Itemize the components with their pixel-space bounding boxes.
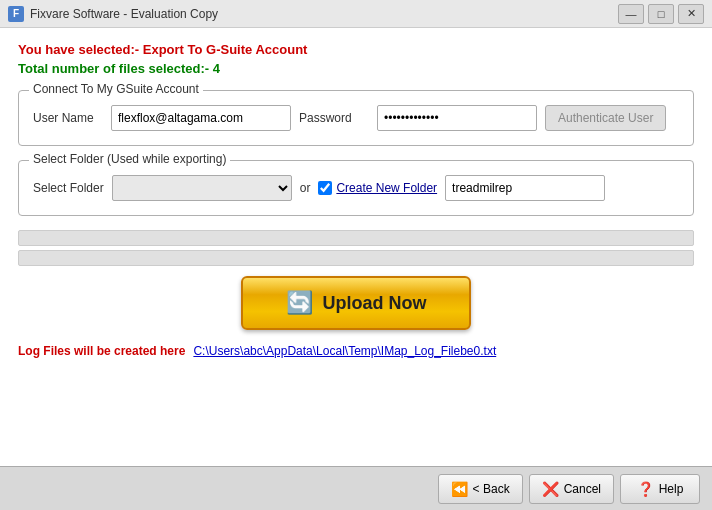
log-label: Log Files will be created here <box>18 344 185 358</box>
cancel-label: Cancel <box>564 482 601 496</box>
gsuite-group: Connect To My GSuite Account User Name P… <box>18 90 694 146</box>
back-icon: ⏪ <box>451 481 468 497</box>
status-line1: You have selected:- Export To G-Suite Ac… <box>18 42 694 57</box>
back-label: < Back <box>473 482 510 496</box>
folder-dropdown[interactable] <box>112 175 292 201</box>
upload-icon: 🔄 <box>286 290 313 316</box>
create-folder-label[interactable]: Create New Folder <box>318 181 437 195</box>
or-text: or <box>300 181 311 195</box>
folder-name-input[interactable] <box>445 175 605 201</box>
upload-btn-label: Upload Now <box>323 293 427 314</box>
create-folder-checkbox[interactable] <box>318 181 332 195</box>
status-line2: Total number of files selected:- 4 <box>18 61 694 76</box>
help-button[interactable]: ❓ Help <box>620 474 700 504</box>
password-label: Password <box>299 111 369 125</box>
log-line: Log Files will be created here C:\Users\… <box>18 344 694 358</box>
select-folder-label: Select Folder <box>33 181 104 195</box>
log-path-link[interactable]: C:\Users\abc\AppData\Local\Temp\IMap_Log… <box>193 344 496 358</box>
back-button[interactable]: ⏪ < Back <box>438 474 523 504</box>
main-content: You have selected:- Export To G-Suite Ac… <box>0 28 712 466</box>
folder-group: Select Folder (Used while exporting) Sel… <box>18 160 694 216</box>
minimize-button[interactable]: — <box>618 4 644 24</box>
cancel-button[interactable]: ❌ Cancel <box>529 474 614 504</box>
window-controls: — □ ✕ <box>618 4 704 24</box>
app-icon: F <box>8 6 24 22</box>
help-icon: ❓ <box>637 481 654 497</box>
progress-bar-2 <box>18 250 694 266</box>
create-folder-text: Create New Folder <box>336 181 437 195</box>
password-input[interactable] <box>377 105 537 131</box>
maximize-button[interactable]: □ <box>648 4 674 24</box>
authenticate-button[interactable]: Authenticate User <box>545 105 666 131</box>
bottom-bar: ⏪ < Back ❌ Cancel ❓ Help <box>0 466 712 510</box>
gsuite-form-row: User Name Password Authenticate User <box>33 105 679 131</box>
upload-btn-container: 🔄 Upload Now <box>18 276 694 330</box>
help-label: Help <box>659 482 684 496</box>
close-button[interactable]: ✕ <box>678 4 704 24</box>
title-bar: F Fixvare Software - Evaluation Copy — □… <box>0 0 712 28</box>
progress-area <box>18 230 694 266</box>
progress-bar-1 <box>18 230 694 246</box>
folder-form-row: Select Folder or Create New Folder <box>33 175 679 201</box>
cancel-icon: ❌ <box>542 481 559 497</box>
username-input[interactable] <box>111 105 291 131</box>
window-title: Fixvare Software - Evaluation Copy <box>30 7 618 21</box>
folder-legend: Select Folder (Used while exporting) <box>29 152 230 166</box>
username-label: User Name <box>33 111 103 125</box>
gsuite-legend: Connect To My GSuite Account <box>29 82 203 96</box>
upload-now-button[interactable]: 🔄 Upload Now <box>241 276 471 330</box>
